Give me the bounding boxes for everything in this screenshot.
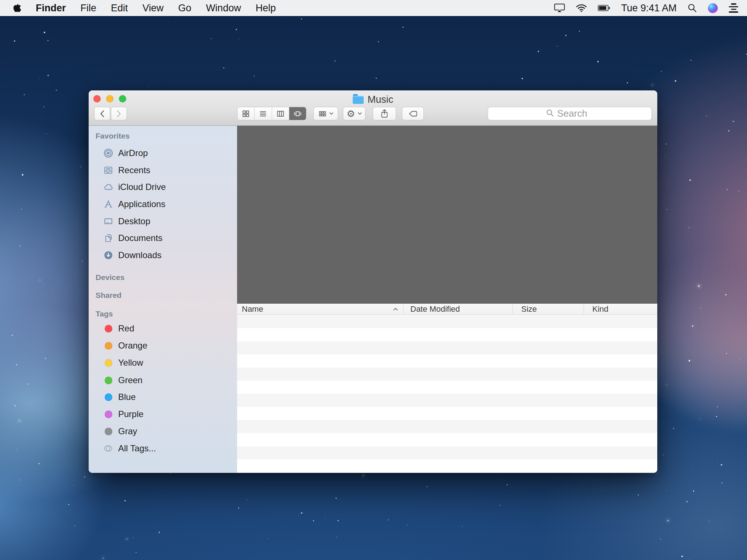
sidebar-item-desktop[interactable]: Desktop xyxy=(89,213,234,230)
empty-list-row xyxy=(237,381,657,394)
sidebar-tag-blue[interactable]: Blue xyxy=(89,389,234,405)
tag-button[interactable] xyxy=(402,107,424,120)
downloads-icon xyxy=(103,250,113,260)
battery-icon[interactable] xyxy=(598,4,610,12)
sidebar-section-shared: Shared xyxy=(96,291,121,300)
sort-ascending-icon xyxy=(393,308,398,311)
empty-list-row xyxy=(237,472,657,473)
list-column-headers: Name Date Modified Size Kind xyxy=(237,304,657,315)
sidebar-item-downloads[interactable]: Downloads xyxy=(89,247,234,264)
all-tags-icon xyxy=(103,444,113,453)
menu-item-finder[interactable]: Finder xyxy=(28,3,73,14)
airplay-display-icon[interactable] xyxy=(554,3,565,13)
menu-item-edit[interactable]: Edit xyxy=(104,3,135,14)
sidebar-item-recents[interactable]: Recents xyxy=(89,162,234,179)
list-view-button[interactable] xyxy=(254,107,271,120)
sidebar-item-applications[interactable]: Applications xyxy=(89,196,234,213)
menu-bar-clock[interactable]: Tue 9:41 AM xyxy=(621,3,677,14)
search-icon xyxy=(546,109,554,118)
tag-color-yellow xyxy=(105,359,112,367)
tag-color-red xyxy=(105,325,112,332)
sidebar-tag-orange[interactable]: Orange xyxy=(89,337,234,354)
sidebar-section-favorites: Favorites xyxy=(96,131,129,141)
sidebar-tag-red[interactable]: Red xyxy=(89,320,234,337)
file-view: Name Date Modified Size Kind xyxy=(237,126,657,473)
empty-list-row xyxy=(237,459,657,472)
empty-list-row xyxy=(237,368,657,381)
desktop-icon xyxy=(103,217,113,226)
sidebar-item-airdrop[interactable]: AirDrop xyxy=(89,145,234,162)
menu-item-file[interactable]: File xyxy=(73,3,104,14)
view-mode-segmented-control xyxy=(237,107,306,120)
finder-window: Music xyxy=(89,90,657,473)
sidebar-tag-purple[interactable]: Purple xyxy=(89,406,234,423)
gallery-preview-area[interactable] xyxy=(237,126,657,304)
spotlight-search-icon[interactable] xyxy=(688,3,697,13)
empty-list-row xyxy=(237,407,657,420)
empty-list-row xyxy=(237,315,657,328)
applications-icon xyxy=(103,199,113,209)
search-input[interactable] xyxy=(557,108,594,119)
column-header-date-modified[interactable]: Date Modified xyxy=(403,304,512,314)
action-gear-button[interactable]: ⚙ xyxy=(343,107,365,120)
notification-center-icon[interactable] xyxy=(729,3,738,13)
forward-button[interactable] xyxy=(111,107,127,120)
airdrop-icon xyxy=(103,148,113,158)
chevron-down-icon xyxy=(358,112,362,115)
empty-list-row xyxy=(237,328,657,341)
empty-list-row xyxy=(237,433,657,446)
sidebar-section-devices: Devices xyxy=(96,273,124,282)
group-by-button[interactable] xyxy=(313,107,338,120)
gallery-view-button[interactable] xyxy=(289,107,306,120)
sidebar-item-icloud-drive[interactable]: iCloud Drive xyxy=(89,179,234,195)
sidebar-item-all-tags[interactable]: All Tags... xyxy=(89,440,234,457)
sidebar-tag-yellow[interactable]: Yellow xyxy=(89,354,234,371)
tag-color-blue xyxy=(105,393,112,401)
sidebar-tag-gray[interactable]: Gray xyxy=(89,423,234,440)
wifi-icon[interactable] xyxy=(576,4,587,12)
window-title: Music xyxy=(368,94,394,105)
empty-list-row xyxy=(237,420,657,433)
tag-color-purple xyxy=(105,411,112,418)
sidebar-tag-green[interactable]: Green xyxy=(89,372,234,389)
column-header-name[interactable]: Name xyxy=(237,304,403,314)
menu-item-help[interactable]: Help xyxy=(248,3,283,14)
apple-logo-icon[interactable] xyxy=(9,3,28,13)
file-list-rows[interactable] xyxy=(237,315,657,473)
gear-icon: ⚙ xyxy=(347,109,355,118)
menu-item-go[interactable]: Go xyxy=(171,3,199,14)
recents-icon xyxy=(103,166,113,175)
column-header-size[interactable]: Size xyxy=(512,304,584,314)
empty-list-row xyxy=(237,354,657,368)
chevron-down-icon xyxy=(329,112,333,115)
window-titlebar[interactable]: Music xyxy=(89,90,657,126)
sidebar-item-documents[interactable]: Documents xyxy=(89,230,234,246)
share-button[interactable] xyxy=(373,107,396,120)
back-button[interactable] xyxy=(94,107,110,120)
column-view-button[interactable] xyxy=(272,107,289,120)
empty-list-row xyxy=(237,446,657,459)
siri-icon[interactable] xyxy=(708,3,718,13)
documents-icon xyxy=(103,233,113,243)
sidebar-section-tags: Tags xyxy=(96,309,113,319)
empty-list-row xyxy=(237,341,657,354)
tag-color-orange xyxy=(105,342,112,350)
tag-color-gray xyxy=(105,428,112,435)
menu-bar: Finder File Edit View Go Window Help xyxy=(0,0,747,16)
folder-icon xyxy=(353,96,364,104)
toolbar-search-field xyxy=(488,107,652,120)
tag-color-green xyxy=(105,377,112,384)
menu-item-view[interactable]: View xyxy=(135,3,171,14)
empty-list-row xyxy=(237,394,657,407)
icon-view-button[interactable] xyxy=(237,107,254,120)
sidebar: Favorites AirDrop Recents xyxy=(89,126,237,473)
icloud-icon xyxy=(103,182,113,192)
column-header-kind[interactable]: Kind xyxy=(584,304,657,314)
menu-item-window[interactable]: Window xyxy=(199,3,248,14)
window-title-group: Music xyxy=(89,94,657,105)
